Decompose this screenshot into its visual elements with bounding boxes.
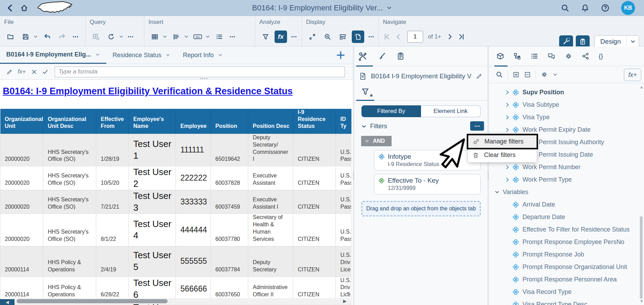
- table-header-cell[interactable]: ID Ty: [336, 109, 351, 134]
- table-header-cell[interactable]: Effective From: [96, 109, 129, 134]
- last-page-button[interactable]: [457, 31, 465, 43]
- add-report-icon[interactable]: [336, 51, 345, 60]
- design-mode-chevron-icon[interactable]: [626, 35, 639, 48]
- expand-chevron-icon[interactable]: [505, 177, 510, 182]
- analyze-more-button[interactable]: [290, 31, 298, 43]
- variable-item[interactable]: Departure Date: [489, 211, 644, 223]
- report-tab[interactable]: B0164 I-9 Employment Elig...: [0, 46, 106, 64]
- tab-chevron-icon[interactable]: [166, 53, 170, 58]
- help-icon[interactable]: [601, 4, 609, 12]
- report-tab[interactable]: Report Info: [177, 46, 229, 64]
- report-tab[interactable]: Residence Status: [106, 46, 177, 64]
- comments-icon[interactable]: [547, 52, 555, 60]
- redo-button[interactable]: [56, 31, 69, 43]
- expand-chevron-icon[interactable]: [505, 115, 510, 120]
- share-icon[interactable]: [582, 52, 589, 60]
- table-row[interactable]: 20000020 HHS Secretary's Office (SO) 8/1…: [0, 214, 351, 246]
- notifications-icon[interactable]: [581, 4, 589, 12]
- insert-chart-chevron-icon[interactable]: [184, 34, 189, 39]
- variable-item[interactable]: Prompt Response Job: [489, 248, 644, 261]
- design-mode-button[interactable]: Design: [594, 35, 639, 48]
- scroll-down-icon[interactable]: ▼: [639, 299, 644, 304]
- filter-dropzone[interactable]: Drag and drop an object from the objects…: [361, 201, 481, 216]
- table-row[interactable]: 20000020 HHS Secretary's Office (SO) 1/2…: [0, 134, 351, 166]
- table-header-cell[interactable]: Position Desc: [248, 109, 293, 134]
- data-tab-clipboard-icon[interactable]: [396, 52, 405, 60]
- variable-item[interactable]: Prompt Response Employee PersNo: [489, 236, 644, 248]
- expand-chevron-icon[interactable]: [505, 102, 510, 107]
- variable-item[interactable]: Prompt Response Organizational Unit: [489, 261, 644, 273]
- scroll-corner[interactable]: ◀: [0, 299, 15, 305]
- formula-input[interactable]: [55, 67, 345, 77]
- formula-bar-resize-handle[interactable]: [200, 78, 207, 79]
- insert-table-button[interactable]: [149, 31, 161, 43]
- build-tab-tools-icon[interactable]: [358, 52, 367, 61]
- variable-item[interactable]: Prompt Response Personnel Area: [489, 273, 644, 286]
- document-title-dropdown[interactable]: B0164: I-9 Employment Eligibility Ver...: [252, 3, 392, 12]
- filters-more-button[interactable]: [470, 121, 484, 131]
- page-number-input[interactable]: 1: [407, 31, 423, 43]
- insert-text-chevron-icon[interactable]: [205, 34, 210, 39]
- avatar[interactable]: KB: [621, 1, 635, 15]
- object-settings-gear-icon[interactable]: [541, 71, 548, 78]
- tree-item[interactable]: Work Permit Type: [489, 173, 644, 186]
- object-settings-chevron-icon[interactable]: [553, 72, 558, 77]
- horizontal-scrollbar[interactable]: [15, 298, 351, 304]
- insert-table-chevron-icon[interactable]: [162, 34, 167, 39]
- report-elements-button[interactable]: [576, 35, 590, 48]
- collapse-all-icon[interactable]: [524, 71, 531, 78]
- collapse-chevron-icon[interactable]: [494, 190, 500, 195]
- formula-bar-toggle-button[interactable]: fx: [275, 31, 287, 43]
- table-header-cell[interactable]: Organizational Unit: [0, 109, 43, 134]
- scroll-up-icon[interactable]: ▲: [639, 85, 644, 89]
- tab-chevron-icon[interactable]: [218, 53, 223, 58]
- refresh-menu-chevron-icon[interactable]: [119, 34, 124, 39]
- variable-item[interactable]: Visa Record Type: [489, 286, 644, 298]
- first-page-button[interactable]: [383, 31, 391, 43]
- expand-all-icon[interactable]: [513, 71, 519, 78]
- table-header-cell[interactable]: Employee: [176, 109, 211, 134]
- format-tab-brush-icon[interactable]: [378, 52, 386, 60]
- scroll-right-icon[interactable]: ▶: [343, 298, 347, 304]
- filtered-by-tab[interactable]: Filtered By: [361, 105, 421, 117]
- objects-tab-cube-icon[interactable]: [497, 52, 504, 60]
- fullscreen-button[interactable]: [306, 31, 319, 43]
- search-icon[interactable]: [561, 4, 569, 12]
- document-structure-icon[interactable]: [513, 52, 521, 60]
- expand-chevron-icon[interactable]: [505, 90, 510, 95]
- refresh-button[interactable]: [105, 31, 117, 43]
- edit-formula-icon[interactable]: [6, 69, 13, 75]
- variable-item[interactable]: Arrival Date: [489, 198, 644, 211]
- settings-gear-icon[interactable]: [565, 52, 572, 60]
- horizontal-scrollbar-thumb[interactable]: [17, 299, 168, 303]
- code-braces-icon[interactable]: {}: [599, 52, 603, 60]
- file-more-button[interactable]: [71, 31, 80, 43]
- open-button[interactable]: [4, 31, 17, 43]
- cancel-formula-icon[interactable]: [31, 69, 37, 75]
- table-header-cell[interactable]: Position: [211, 109, 248, 134]
- report-title-link[interactable]: B0164: I-9 Employment Eligibility Verifi…: [3, 86, 293, 97]
- manage-filters-menu-item[interactable]: Manage filters: [468, 135, 537, 148]
- save-button[interactable]: [19, 31, 32, 43]
- scrollbar-thumb[interactable]: [640, 216, 643, 299]
- page-mode-button[interactable]: [352, 31, 364, 43]
- expand-chevron-icon[interactable]: [505, 127, 510, 132]
- undo-button[interactable]: [41, 31, 53, 43]
- table-row[interactable]: 20000114 HHS Policy & Operations 2/4/19 …: [0, 246, 351, 277]
- rename-pencil-icon[interactable]: [476, 73, 483, 80]
- tab-chevron-icon[interactable]: [95, 52, 100, 57]
- tree-item[interactable]: Supv Position: [489, 86, 644, 98]
- expand-chevron-icon[interactable]: [505, 165, 510, 170]
- tree-item[interactable]: Visa Subtype: [489, 98, 644, 111]
- previous-page-button[interactable]: [394, 31, 402, 43]
- new-variable-button[interactable]: fx+: [624, 69, 641, 81]
- object-search-icon[interactable]: [496, 71, 503, 78]
- element-link-tab[interactable]: Element Link: [421, 105, 481, 117]
- query-more-button[interactable]: [126, 31, 135, 43]
- outline-list-icon[interactable]: [530, 52, 538, 60]
- filter-card-effective-to[interactable]: Effective To - Key 12/31/9999: [374, 174, 481, 194]
- variables-section[interactable]: Variables: [489, 186, 644, 198]
- back-icon[interactable]: [6, 4, 15, 12]
- variable-item[interactable]: Effective To Filter for Residence Status: [489, 223, 644, 236]
- build-tools-button[interactable]: [559, 35, 573, 48]
